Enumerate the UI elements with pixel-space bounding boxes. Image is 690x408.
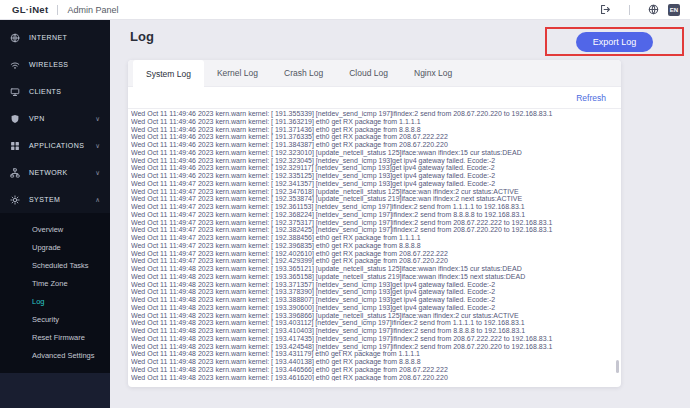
- log-line: Wed Oct 11 11:49:47 2023 kern.warn kerne…: [131, 203, 614, 211]
- sidebar-nav: INTERNET WIRELESS CLIENTS VPN ∨ APPLICAT…: [0, 20, 110, 213]
- log-line: Wed Oct 11 11:49:48 2023 kern.warn kerne…: [131, 296, 614, 304]
- log-line: Wed Oct 11 11:49:48 2023 kern.warn kerne…: [131, 358, 614, 366]
- gear-icon: [10, 195, 20, 205]
- log-line: Wed Oct 11 11:49:48 2023 kern.warn kerne…: [131, 273, 614, 281]
- log-line: Wed Oct 11 11:49:47 2023 kern.warn kerne…: [131, 219, 614, 227]
- header-divider: [57, 5, 58, 15]
- log-viewport[interactable]: Wed Oct 11 11:49:46 2023 kern.warn kerne…: [131, 110, 614, 381]
- apps-icon: [10, 141, 20, 151]
- log-line: Wed Oct 11 11:49:48 2023 kern.warn kerne…: [131, 343, 614, 351]
- tab-nginx-log[interactable]: Nginx Log: [401, 60, 465, 86]
- log-line: Wed Oct 11 11:49:48 2023 kern.warn kerne…: [131, 319, 614, 327]
- scrollbar-thumb[interactable]: [616, 360, 619, 373]
- log-line: Wed Oct 11 11:49:48 2023 kern.warn kerne…: [131, 288, 614, 296]
- tab-cloud-log[interactable]: Cloud Log: [336, 60, 401, 86]
- log-line: Wed Oct 11 11:49:47 2023 kern.warn kerne…: [131, 257, 614, 265]
- header-actions: EN: [600, 4, 680, 16]
- log-line: Wed Oct 11 11:49:48 2023 kern.warn kerne…: [131, 327, 614, 335]
- submenu-item-advanced-settings[interactable]: Advanced Settings: [0, 346, 110, 364]
- log-line: Wed Oct 11 11:49:48 2023 kern.warn kerne…: [131, 281, 614, 289]
- log-line: Wed Oct 11 11:49:47 2023 kern.warn kerne…: [131, 211, 614, 219]
- log-line: Wed Oct 11 11:49:48 2023 kern.warn kerne…: [131, 312, 614, 320]
- wifi-icon: [10, 60, 20, 70]
- sidebar-item-wireless[interactable]: WIRELESS: [0, 51, 110, 78]
- log-line: Wed Oct 11 11:49:48 2023 kern.warn kerne…: [131, 335, 614, 343]
- refresh-link[interactable]: Refresh: [576, 93, 606, 103]
- log-line: Wed Oct 11 11:49:46 2023 kern.warn kerne…: [131, 126, 614, 134]
- page-title: Log: [130, 29, 154, 44]
- tab-bar: System LogKernel LogCrash LogCloud LogNg…: [128, 60, 621, 87]
- log-line: Wed Oct 11 11:49:48 2023 kern.warn kerne…: [131, 366, 614, 374]
- log-line: Wed Oct 11 11:49:46 2023 kern.warn kerne…: [131, 172, 614, 180]
- log-line: Wed Oct 11 11:49:46 2023 kern.warn kerne…: [131, 164, 614, 172]
- log-line: Wed Oct 11 11:49:47 2023 kern.warn kerne…: [131, 180, 614, 188]
- submenu-item-upgrade[interactable]: Upgrade: [0, 238, 110, 256]
- log-line: Wed Oct 11 11:49:46 2023 kern.warn kerne…: [131, 157, 614, 165]
- submenu-item-time-zone[interactable]: Time Zone: [0, 274, 110, 292]
- log-line: Wed Oct 11 11:49:46 2023 kern.warn kerne…: [131, 149, 614, 157]
- submenu-item-overview[interactable]: Overview: [0, 220, 110, 238]
- chevron-down-icon: ∨: [95, 169, 100, 177]
- log-line: Wed Oct 11 11:49:47 2023 kern.warn kerne…: [131, 226, 614, 234]
- submenu-item-reset-firmware[interactable]: Reset Firmware: [0, 328, 110, 346]
- sidebar-item-vpn[interactable]: VPN ∨: [0, 105, 110, 132]
- log-line: Wed Oct 11 11:49:47 2023 kern.warn kerne…: [131, 195, 614, 203]
- submenu-item-log[interactable]: Log: [0, 292, 110, 310]
- log-line: Wed Oct 11 11:49:47 2023 kern.warn kerne…: [131, 250, 614, 258]
- logout-icon[interactable]: [600, 4, 611, 15]
- tab-system-log[interactable]: System Log: [133, 60, 204, 87]
- chevron-up-icon: ∧: [95, 196, 100, 204]
- log-line: Wed Oct 11 11:49:47 2023 kern.warn kerne…: [131, 234, 614, 242]
- sidebar-item-network[interactable]: NETWORK ∨: [0, 159, 110, 186]
- language-badge[interactable]: EN: [668, 4, 680, 16]
- log-line: Wed Oct 11 11:49:48 2023 kern.warn kerne…: [131, 350, 614, 358]
- header-divider: [629, 5, 630, 15]
- export-log-button[interactable]: Export Log: [576, 32, 654, 52]
- submenu-item-scheduled-tasks[interactable]: Scheduled Tasks: [0, 256, 110, 274]
- log-line: Wed Oct 11 11:49:48 2023 kern.warn kerne…: [131, 304, 614, 312]
- log-line: Wed Oct 11 11:49:46 2023 kern.warn kerne…: [131, 133, 614, 141]
- chevron-down-icon: ∨: [95, 142, 100, 150]
- sidebar-item-clients[interactable]: CLIENTS: [0, 78, 110, 105]
- globe-icon: [10, 33, 20, 43]
- sidebar: INTERNET WIRELESS CLIENTS VPN ∨ APPLICAT…: [0, 20, 110, 408]
- tab-kernel-log[interactable]: Kernel Log: [204, 60, 271, 86]
- top-header: GL·iNet Admin Panel EN: [0, 0, 690, 20]
- brand-logo: GL·iNet: [12, 4, 48, 15]
- system-submenu: OverviewUpgradeScheduled TasksTime ZoneL…: [0, 213, 110, 373]
- export-highlight-annotation: Export Log: [545, 27, 684, 56]
- app-title: Admin Panel: [67, 5, 118, 15]
- chevron-down-icon: ∨: [95, 115, 100, 123]
- log-line: Wed Oct 11 11:49:47 2023 kern.warn kerne…: [131, 242, 614, 250]
- shield-icon: [10, 114, 20, 124]
- clients-icon: [10, 87, 20, 97]
- tab-crash-log[interactable]: Crash Log: [271, 60, 336, 86]
- sidebar-item-internet[interactable]: INTERNET: [0, 24, 110, 51]
- main-content: Log Export Log System LogKernel LogCrash…: [110, 20, 690, 408]
- log-line: Wed Oct 11 11:49:47 2023 kern.warn kerne…: [131, 188, 614, 196]
- log-line: Wed Oct 11 11:49:48 2023 kern.warn kerne…: [131, 374, 614, 382]
- log-line: Wed Oct 11 11:49:46 2023 kern.warn kerne…: [131, 110, 614, 118]
- submenu-item-security[interactable]: Security: [0, 310, 110, 328]
- log-line: Wed Oct 11 11:49:48 2023 kern.warn kerne…: [131, 265, 614, 273]
- log-line: Wed Oct 11 11:49:46 2023 kern.warn kerne…: [131, 141, 614, 149]
- language-globe-icon[interactable]: [648, 4, 659, 15]
- log-toolbar: Refresh: [128, 87, 621, 109]
- sidebar-item-applications[interactable]: APPLICATIONS ∨: [0, 132, 110, 159]
- network-icon: [10, 168, 20, 178]
- log-card: System LogKernel LogCrash LogCloud LogNg…: [128, 60, 621, 387]
- sidebar-item-system[interactable]: SYSTEM ∧: [0, 186, 110, 213]
- log-line: Wed Oct 11 11:49:46 2023 kern.warn kerne…: [131, 118, 614, 126]
